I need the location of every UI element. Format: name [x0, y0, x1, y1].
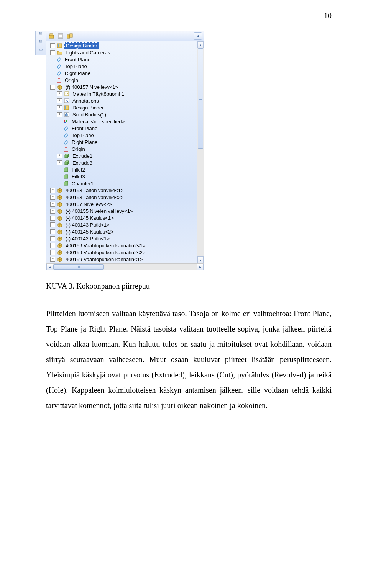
- expand-icon[interactable]: +: [50, 202, 55, 207]
- tree-item[interactable]: +Extrude3: [47, 159, 204, 166]
- expand-icon[interactable]: +: [57, 154, 62, 158]
- tree-item[interactable]: Front Plane: [47, 56, 204, 63]
- tree-item[interactable]: Origin: [47, 77, 204, 83]
- chevron-right-icon: »: [197, 33, 199, 39]
- expand-icon[interactable]: +: [50, 195, 55, 200]
- tree-item[interactable]: Top Plane: [47, 132, 204, 139]
- tree-item[interactable]: +400159 Vaahtoputken kannatin2<1>: [47, 242, 204, 249]
- expand-icon[interactable]: +: [57, 112, 62, 117]
- tree-item[interactable]: +Lights and Cameras: [47, 49, 204, 56]
- tree-item[interactable]: Right Plane: [47, 70, 204, 77]
- expand-icon[interactable]: +: [50, 222, 55, 227]
- collapse-icon[interactable]: -: [50, 85, 55, 90]
- tree-item[interactable]: +400159 Vaahtoputken kannatin2<2>: [47, 249, 204, 256]
- plane-icon: [63, 132, 69, 138]
- tree-item[interactable]: +400159 Vaahtoputken kannatin<1>: [47, 256, 204, 263]
- horizontal-scrollbar[interactable]: ◂ ▸: [46, 263, 204, 270]
- scroll-down-arrow[interactable]: ▾: [197, 256, 204, 263]
- tree-item[interactable]: +(-) 400142 Putki<1>: [47, 235, 204, 242]
- tree-item[interactable]: Chamfer1: [47, 180, 204, 187]
- feature-tree-panel: » +Design Binder+Lights and CamerasFront…: [46, 31, 204, 270]
- hscroll-track[interactable]: [53, 264, 197, 270]
- tree-item-label: Front Plane: [71, 126, 99, 131]
- tree-item[interactable]: Front Plane: [47, 125, 204, 132]
- side-toolbar: ⊞ ⊟ ▭: [35, 31, 46, 55]
- vertical-scrollbar[interactable]: ▴ ▾: [197, 41, 204, 263]
- expand-icon[interactable]: +: [50, 257, 55, 262]
- scroll-right-arrow[interactable]: ▸: [197, 264, 204, 270]
- expand-icon[interactable]: +: [50, 236, 55, 241]
- tree-item[interactable]: +(-) 400145 Kaulus<1>: [47, 214, 204, 221]
- expand-icon[interactable]: +: [57, 160, 62, 165]
- svg-rect-6: [67, 35, 70, 38]
- part-icon: [57, 84, 63, 90]
- mates-icon: [64, 91, 70, 97]
- tree-item[interactable]: Top Plane: [47, 63, 204, 70]
- tree-item[interactable]: +Design Binder: [47, 104, 204, 111]
- expand-icon[interactable]: +: [50, 43, 55, 48]
- expand-icon[interactable]: +: [57, 105, 62, 110]
- tree-item[interactable]: +400153 Taiton vahvike<1>: [47, 187, 204, 194]
- tree-item-label: Mates in Täyttöpuomi 1: [71, 91, 125, 97]
- tree-item[interactable]: +Design Binder: [47, 42, 204, 49]
- svg-rect-19: [64, 120, 65, 122]
- tree-item[interactable]: +400153 Taiton vahvike<2>: [47, 194, 204, 201]
- part-icon: [57, 229, 63, 235]
- tree-item[interactable]: Fillet2: [47, 166, 204, 173]
- tab-assembly-icon[interactable]: [48, 33, 55, 39]
- svg-marker-12: [58, 77, 60, 79]
- tree-item-label: Design Binder: [64, 42, 99, 49]
- solid-icon: [64, 111, 70, 118]
- scroll-left-arrow[interactable]: ◂: [46, 264, 53, 270]
- tab-props-icon[interactable]: [57, 33, 64, 39]
- expand-icon[interactable]: +: [50, 50, 55, 55]
- tree-item[interactable]: +Mates in Täyttöpuomi 1: [47, 90, 204, 97]
- tree-item[interactable]: +(-) 400155 Nivelen valilevy<1>: [47, 207, 204, 214]
- plane-icon: [56, 70, 62, 76]
- tree-item[interactable]: +Extrude1: [47, 152, 204, 159]
- vscroll-thumb[interactable]: [198, 48, 203, 149]
- expand-icon[interactable]: +: [50, 209, 55, 214]
- tree-item-label: Extrude1: [71, 153, 94, 159]
- tree-item[interactable]: +(-) 400143 Putki<1>: [47, 221, 204, 228]
- tree-item[interactable]: -(f) 400157 Nivellevy<1>: [47, 83, 204, 90]
- part-icon: [57, 201, 63, 207]
- side-btn-1[interactable]: ⊞: [36, 31, 46, 39]
- expand-icon[interactable]: +: [50, 216, 55, 220]
- chamfer-icon: [63, 180, 69, 186]
- tab-config-icon[interactable]: [66, 33, 73, 39]
- origin-icon: [63, 146, 69, 152]
- side-btn-3[interactable]: ▭: [36, 47, 46, 55]
- hscroll-thumb[interactable]: [53, 264, 104, 270]
- expand-icon[interactable]: +: [57, 91, 62, 96]
- tree-item[interactable]: +Solid Bodies(1): [47, 111, 204, 118]
- feature-tree[interactable]: +Design Binder+Lights and CamerasFront P…: [46, 41, 204, 263]
- extrude-icon: [64, 160, 70, 166]
- tree-item-label: Fillet2: [71, 167, 86, 173]
- plane-icon: [56, 63, 62, 69]
- tree-item-label: 400159 Vaahtoputken kannatin<1>: [64, 256, 144, 262]
- svg-rect-7: [70, 34, 72, 37]
- tree-item[interactable]: +AAnnotations: [47, 97, 204, 104]
- part-icon: [57, 249, 63, 255]
- tree-item-label: Fillet3: [71, 174, 86, 180]
- side-btn-2[interactable]: ⊟: [36, 39, 46, 47]
- tree-item[interactable]: +400157 Nivellevy<2>: [47, 201, 204, 207]
- plane-icon: [63, 125, 69, 131]
- tree-item[interactable]: Material <not specified>: [47, 118, 204, 125]
- tree-item[interactable]: +(-) 400145 Kaulus<2>: [47, 228, 204, 235]
- expand-icon[interactable]: +: [50, 229, 55, 234]
- expand-icon[interactable]: +: [50, 250, 55, 255]
- svg-rect-1: [50, 34, 53, 36]
- expand-button[interactable]: »: [194, 32, 202, 40]
- expand-icon[interactable]: +: [50, 188, 55, 193]
- folder-y-icon: [57, 49, 63, 56]
- tree-item[interactable]: Fillet3: [47, 173, 204, 180]
- tree-item[interactable]: Right Plane: [47, 139, 204, 145]
- scroll-up-arrow[interactable]: ▴: [197, 41, 204, 48]
- tree-container: +Design Binder+Lights and CamerasFront P…: [46, 41, 204, 263]
- expand-icon[interactable]: +: [57, 98, 62, 103]
- tree-item[interactable]: Origin: [47, 145, 204, 152]
- svg-rect-21: [64, 122, 66, 123]
- expand-icon[interactable]: +: [50, 243, 55, 248]
